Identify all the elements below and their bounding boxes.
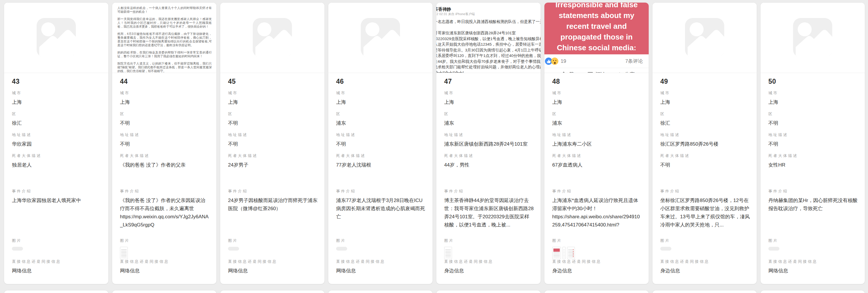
case-card[interactable]: 人都没有这样的机会，一个病人需要几十个人的同时帮助和关怀才有可能获得一丝的机会！… [112,2,217,284]
image-thumbnail[interactable] [562,247,566,259]
direct-value: 身边信息 [660,267,750,275]
image-thumbnail[interactable] [444,247,452,259]
image-thumbnail[interactable] [567,247,575,259]
field-direct: 直接信息还是间接信息 网络信息 [12,259,102,280]
reactions-row: 19 7条评论 [545,54,649,68]
district-label: 区 [228,111,318,117]
district-value: 不明 [228,119,318,127]
field-event: 事件介绍 浦东77岁老人沈瑞根于3月28日晚在ICU病房因长期未肾透析造成的心肌… [336,189,426,238]
image-placeholder [4,3,108,73]
wow-reaction-icon [551,58,558,65]
city-value: 上海 [228,98,318,106]
event-value: 博主茶香禅静44岁的堂哥因延误治疗去世：我哥哥家住浦东新区唐镇创新西路28弄24… [444,197,534,229]
like-button-label: 赞 [569,71,574,73]
comments-count[interactable]: 7条评论 [625,58,643,64]
case-card-partial[interactable] [652,290,757,293]
deceased-label: 死者大体描述 [552,153,642,158]
image-thumbnail[interactable] [660,247,671,251]
image-thumbnails [444,246,534,259]
card-content: 48 城市 上海 区 浦东 地址描述 上海浦东寿二小区 死者大体描述 67岁血透… [545,73,649,284]
event-label: 事件介绍 [552,189,642,194]
field-deceased: 死者大体描述 67岁血透病人 [552,153,642,189]
case-card-partial[interactable] [544,290,649,293]
city-label: 城市 [336,90,426,96]
city-label: 城市 [552,90,642,96]
city-label: 城市 [12,90,102,96]
weibo-text-line: 恳求相关部门能帮忙处理好后续问题，并做好两位老人的心理疏导，给予 [436,64,540,70]
card-content: 45 城市 上海 区 不明 地址描述 不明 死者大体描述 24岁男子 事件介绍 … [220,73,324,284]
social-post-screenshot: Irresponsible and false statements about… [545,3,649,73]
deceased-value: 女性HR [768,161,858,169]
field-event: 事件介绍 《我的爸爸 没了》作者的父亲因延误治疗而不得不高位截肢，未久遍离世 h… [120,189,210,238]
district-label: 区 [336,111,426,117]
image-thumbnail[interactable] [768,247,779,251]
share-button[interactable]: 分享 [611,71,640,73]
case-card[interactable]: Irresponsible and false statements about… [544,2,649,284]
image-thumbnail[interactable] [336,247,347,251]
case-card-partial[interactable] [760,290,865,293]
field-district: 区 不明 [228,111,318,132]
reaction-count: 19 [561,58,566,64]
weibo-text-line: 在44岁。我大伯和我大伯母70多岁老来丧子，对于整个事情我不做评价， [436,59,540,64]
direct-label: 直接信息还是间接信息 [228,259,318,264]
address-value: 华欣家园 [12,140,102,148]
case-card-partial[interactable] [328,290,433,293]
deceased-label: 死者大体描述 [12,153,102,158]
weibo-text-line: [合十][合十][合十] [436,70,540,73]
image-placeholder [761,3,865,73]
address-value: 不明 [768,140,858,148]
field-city: 城市 上海 [228,90,318,111]
field-city: 城市 上海 [768,90,858,111]
address-value: 浦东新区唐镇创新西路28弄24号101室 [444,140,534,148]
address-value: 不明 [120,140,210,148]
district-label: 区 [120,111,210,117]
address-label: 地址描述 [120,132,210,138]
field-direct: 直接信息还是间接信息 网络信息 [768,259,858,280]
field-address: 地址描述 华欣家园 [12,132,102,153]
case-card[interactable]: 46 城市 上海 区 浦东 地址描述 不明 死者大体描述 77岁老人沈瑞根 事件… [328,2,433,284]
image-label: 图片 [552,238,642,243]
comment-button[interactable]: 评论 [582,71,611,73]
image-thumbnail[interactable] [12,247,23,251]
city-value: 上海 [336,98,426,106]
field-district: 区 不明 [120,111,210,132]
comment-button-label: 评论 [595,71,606,73]
case-card[interactable]: 50 城市 上海 区 不明 地址描述 不明 死者大体描述 女性HR 事件介绍 丹… [760,2,865,284]
case-card[interactable]: 茶香禅静 4-2 02:31 来自 iPhone客户端 一名志愿者，昨日我投入路… [436,2,541,284]
field-district: 区 浦东 [444,111,534,132]
case-card-partial[interactable] [220,290,325,293]
field-event: 事件介绍 坐标徐汇区罗秀路850弄26号楼，12号在小区群里求救需要硝酸甘油，没… [660,189,750,238]
post-text: Irresponsible and false statements about… [551,3,642,54]
image-thumbnail[interactable] [552,247,561,259]
card-media [652,3,757,73]
direct-label: 直接信息还是间接信息 [12,259,102,264]
field-image: 图片 [12,238,102,259]
image-placeholder [220,3,324,73]
case-card[interactable]: 49 城市 上海 区 徐汇 地址描述 徐汇区罗秀路850弄26号楼 死者大体描述… [652,2,757,284]
image-thumbnail[interactable] [120,247,128,259]
case-card-partial[interactable] [4,290,108,293]
card-media [220,3,324,73]
field-image: 图片 [336,238,426,259]
field-deceased: 死者大体描述 77岁老人沈瑞根 [336,153,426,189]
image-thumbnail[interactable] [228,247,239,251]
address-label: 地址描述 [768,132,858,138]
field-address: 地址描述 不明 [336,132,426,153]
direct-label: 直接信息还是间接信息 [336,259,426,264]
card-content: 50 城市 上海 区 不明 地址描述 不明 死者大体描述 女性HR 事件介绍 丹… [761,73,865,284]
case-card-partial[interactable] [436,290,541,293]
case-card-partial[interactable] [112,290,217,293]
field-event: 事件介绍 博主茶香禅静44岁的堂哥因延误治疗去世：我哥哥家住浦东新区唐镇创新西路… [444,189,534,238]
case-number: 45 [228,78,318,90]
card-content: 47 城市 上海 区 浦东 地址描述 浦东新区唐镇创新西路28弄24号101室 … [436,73,540,284]
event-value: 上海华欣家园独居老人饿死家中 [12,197,102,205]
case-card[interactable]: 43 城市 上海 区 徐汇 地址描述 华欣家园 死者大体描述 独居老人 事件介绍… [4,2,108,284]
like-button[interactable]: 赞 [553,71,582,73]
event-label: 事件介绍 [336,189,426,194]
case-card[interactable]: 45 城市 上海 区 不明 地址描述 不明 死者大体描述 24岁男子 事件介绍 … [220,2,325,284]
address-label: 地址描述 [228,132,318,138]
address-value: 上海浦东寿二小区 [552,140,642,148]
weibo-text-line: 从这天开始我大伯停地电话12345，疾控中心，居委转运车一直不来。永 [436,41,540,48]
city-value: 上海 [12,98,102,106]
field-city: 城市 上海 [660,90,750,111]
